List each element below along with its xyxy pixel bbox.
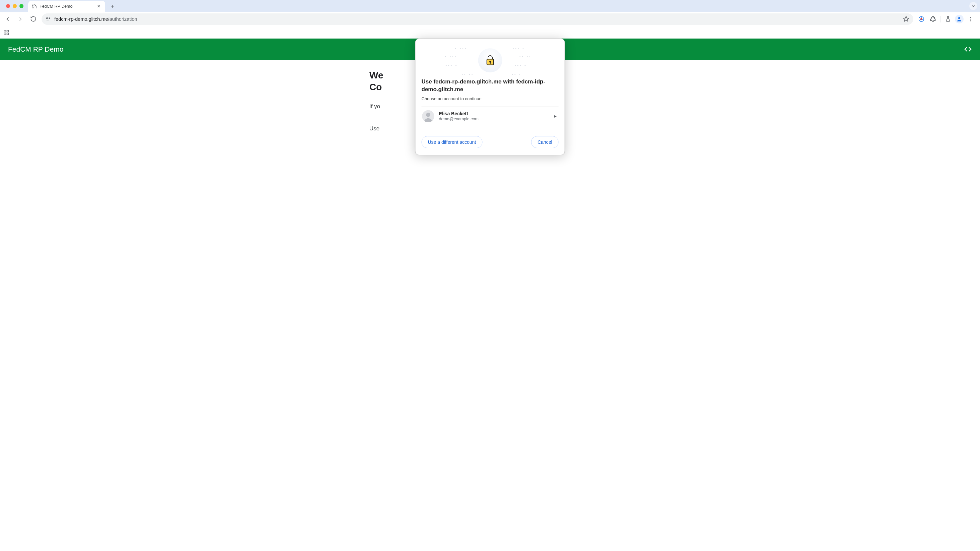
dialog-title: Use fedcm-rp-demo.glitch.me with fedcm-i… (422, 78, 559, 94)
tab-title: FedCM RP Demo (40, 4, 72, 9)
nav-reload-button[interactable] (27, 13, 39, 25)
dialog-subtitle: Choose an account to continue (422, 96, 559, 101)
account-avatar (422, 110, 434, 122)
extensions-icon[interactable] (928, 13, 938, 25)
lock-key-icon (483, 54, 497, 67)
svg-point-11 (970, 17, 971, 18)
svg-point-22 (426, 113, 430, 117)
svg-point-13 (970, 20, 971, 21)
svg-rect-14 (4, 30, 6, 32)
window-minimize-button[interactable] (13, 4, 17, 8)
url-text: fedcm-rp-demo.glitch.me/authorization (54, 16, 137, 22)
account-list: Elisa Beckett demo@example.com ▶ (422, 107, 559, 126)
nav-back-button[interactable] (2, 13, 13, 25)
page-viewport: FedCM RP Demo We Co If yo -in on t Use o… (0, 38, 980, 551)
svg-rect-16 (4, 33, 6, 35)
new-tab-button[interactable]: + (108, 2, 117, 11)
url-domain: fedcm-rp-demo.glitch.me (54, 16, 108, 22)
headline-fragment-2: Co (369, 82, 382, 92)
account-email: demo@example.com (439, 117, 479, 121)
svg-line-9 (920, 19, 921, 21)
para1-fragment-1: If yo (369, 103, 380, 110)
extensions-screenshot-icon[interactable] (916, 13, 927, 25)
para2-fragment-1: Use (369, 125, 379, 132)
dialog-buttons: Use a different account Cancel (422, 136, 559, 148)
svg-rect-0 (46, 18, 48, 19)
url-path: /authorization (108, 16, 137, 22)
site-settings-icon[interactable] (46, 16, 51, 22)
tabs-dropdown-button[interactable] (969, 2, 977, 10)
tab-favicon-icon (32, 4, 37, 9)
dialog-hero-illustration: • •••••• • • ••••• •• ••• •••• • •• ••••… (422, 45, 559, 76)
browser-tabstrip: FedCM RP Demo ✕ + (0, 0, 980, 12)
headline-fragment-1: We (369, 70, 383, 80)
app-title: FedCM RP Demo (8, 45, 64, 53)
address-bar[interactable]: fedcm-rp-demo.glitch.me/authorization (41, 13, 913, 25)
svg-rect-15 (7, 30, 9, 32)
svg-rect-17 (7, 33, 9, 35)
window-controls (2, 0, 28, 12)
bookmark-star-icon[interactable] (903, 16, 909, 22)
apps-grid-icon[interactable] (3, 30, 10, 35)
use-different-account-button[interactable]: Use a different account (422, 136, 483, 148)
browser-toolbar: fedcm-rp-demo.glitch.me/authorization (0, 12, 980, 27)
nav-forward-button[interactable] (15, 13, 26, 25)
account-item[interactable]: Elisa Beckett demo@example.com ▶ (422, 107, 559, 126)
svg-rect-20 (490, 62, 490, 64)
cancel-button[interactable]: Cancel (531, 136, 559, 148)
browser-tab[interactable]: FedCM RP Demo ✕ (28, 1, 105, 12)
fedcm-dialog: • •••••• • • ••••• •• ••• •••• • •• ••••… (415, 38, 565, 155)
toolbar-right-icons (916, 13, 978, 25)
profile-button[interactable] (954, 13, 964, 25)
kebab-menu-icon[interactable] (965, 13, 976, 25)
window-zoom-button[interactable] (19, 4, 24, 8)
svg-point-10 (958, 17, 960, 19)
toolbar-divider (940, 16, 940, 22)
bookmarks-bar (0, 27, 980, 38)
svg-marker-4 (904, 16, 909, 21)
account-name: Elisa Beckett (439, 111, 479, 116)
labs-icon[interactable] (942, 13, 953, 25)
chevron-right-icon: ▶ (554, 114, 558, 118)
tab-close-button[interactable]: ✕ (95, 3, 102, 10)
window-close-button[interactable] (6, 4, 10, 8)
code-icon[interactable] (964, 45, 972, 53)
svg-point-12 (970, 18, 971, 19)
